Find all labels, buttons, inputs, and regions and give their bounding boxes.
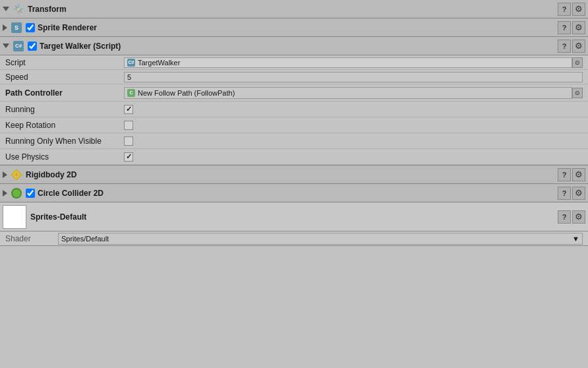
material-component-row: Sprites-Default ? ⚙	[0, 202, 588, 231]
speed-input[interactable]	[124, 72, 583, 82]
use-physics-label: Use Physics	[5, 152, 124, 162]
target-walker-icon: C#	[12, 40, 25, 53]
target-walker-component-row: C# Target Walker (Script) ? ⚙	[0, 37, 588, 55]
use-physics-checkbox-row: Use Physics	[0, 149, 588, 165]
path-controller-select-button[interactable]: ⊙	[572, 88, 583, 98]
keep-rotation-label: Keep Rotation	[5, 121, 124, 130]
running-checkbox-row: Running	[0, 102, 588, 117]
sprite-renderer-title: Sprite Renderer	[38, 23, 558, 32]
script-select-button[interactable]: ⊙	[572, 57, 583, 68]
circle-collider-gear-button[interactable]: ⚙	[572, 187, 585, 200]
script-ref-value: TargetWalker	[138, 59, 180, 67]
material-gear-icon: ⚙	[575, 212, 583, 222]
transform-help-button[interactable]: ?	[558, 3, 571, 16]
shader-select[interactable]: Sprites/Default ▼	[58, 233, 583, 245]
keep-rotation-checkbox-row: Keep Rotation	[0, 117, 588, 133]
path-controller-label: Path Controller	[5, 88, 124, 98]
sprite-renderer-gear-button[interactable]: ⚙	[572, 21, 585, 34]
sprite-renderer-component-row: S Sprite Renderer ? ⚙	[0, 18, 588, 37]
transform-buttons: ? ⚙	[558, 3, 585, 16]
use-physics-checkbox[interactable]	[124, 152, 133, 162]
circle-collider-title: Circle Collider 2D	[38, 189, 558, 198]
transform-help-icon: ?	[562, 5, 567, 13]
rigidbody2d-help-button[interactable]: ?	[558, 168, 571, 181]
sprite-renderer-foldout[interactable]	[3, 24, 7, 31]
target-walker-buttons: ? ⚙	[558, 40, 585, 53]
sprite-renderer-help-button[interactable]: ?	[558, 21, 571, 34]
target-walker-fields: Script C# TargetWalker ⊙ Speed Path Cont…	[0, 55, 588, 166]
svg-point-3	[17, 8, 20, 11]
path-controller-ref-icon: C	[127, 89, 135, 97]
path-controller-field-row: Path Controller C New Follow Path (Follo…	[0, 84, 588, 102]
transform-gear-icon: ⚙	[575, 4, 583, 14]
sprite-renderer-buttons: ? ⚙	[558, 21, 585, 34]
script-value-container: C# TargetWalker ⊙	[124, 57, 583, 68]
script-field-row: Script C# TargetWalker ⊙	[0, 55, 588, 70]
circle-collider-help-button[interactable]: ?	[558, 187, 571, 200]
shader-dropdown-icon: ▼	[572, 235, 579, 243]
circle-collider-enabled-checkbox[interactable]	[26, 189, 35, 198]
transform-component-row: Transform ? ⚙	[0, 0, 588, 18]
script-ref-icon: C#	[127, 59, 135, 67]
target-walker-title: Target Walker (Script)	[40, 42, 558, 51]
rigidbody2d-buttons: ? ⚙	[558, 168, 585, 181]
material-preview-thumbnail	[3, 205, 26, 229]
rigidbody2d-component-row: Rigidbody 2D ? ⚙	[0, 166, 588, 184]
material-help-icon: ?	[562, 213, 567, 221]
sprite-renderer-help-icon: ?	[562, 24, 567, 32]
running-checkbox[interactable]	[124, 105, 133, 114]
circle-collider-component-row: Circle Collider 2D ? ⚙	[0, 184, 588, 202]
circle-collider-foldout[interactable]	[3, 190, 7, 197]
material-gear-button[interactable]: ⚙	[572, 210, 585, 224]
target-walker-help-icon: ?	[562, 42, 567, 50]
script-label: Script	[5, 58, 124, 67]
speed-value-container	[124, 72, 583, 82]
circle-collider-buttons: ? ⚙	[558, 187, 585, 200]
circle-collider-badge	[11, 188, 22, 199]
shader-field-row: Shader Sprites/Default ▼	[0, 231, 588, 246]
target-walker-foldout[interactable]	[3, 44, 9, 48]
circle-collider-gear-icon: ⚙	[575, 188, 583, 198]
path-controller-value-container: C New Follow Path (FollowPath) ⊙	[124, 87, 583, 99]
rigidbody2d-gear-button[interactable]: ⚙	[572, 168, 585, 181]
target-walker-gear-button[interactable]: ⚙	[572, 40, 585, 53]
script-ref-field[interactable]: C# TargetWalker	[124, 57, 572, 68]
rigidbody2d-icon	[10, 168, 23, 181]
sprite-renderer-enabled-checkbox[interactable]	[26, 23, 35, 32]
material-title: Sprites-Default	[30, 212, 558, 222]
running-only-visible-checkbox-row: Running Only When Visible	[0, 133, 588, 149]
circle-collider-help-icon: ?	[562, 189, 567, 197]
sprite-renderer-gear-icon: ⚙	[575, 22, 583, 32]
path-controller-ref-field[interactable]: C New Follow Path (FollowPath)	[124, 87, 572, 99]
rigidbody2d-help-icon: ?	[562, 171, 567, 179]
path-controller-ref-value: New Follow Path (FollowPath)	[138, 89, 235, 97]
target-walker-gear-icon: ⚙	[575, 41, 583, 51]
running-label: Running	[5, 105, 124, 114]
material-help-button[interactable]: ?	[558, 210, 571, 224]
transform-title: Transform	[28, 5, 558, 14]
transform-icon	[12, 3, 25, 16]
sprite-renderer-badge: S	[11, 22, 22, 33]
target-walker-enabled-checkbox[interactable]	[28, 42, 37, 51]
rigidbody2d-title: Rigidbody 2D	[26, 170, 558, 179]
shader-label: Shader	[5, 234, 58, 243]
speed-label: Speed	[5, 73, 124, 82]
transform-foldout[interactable]	[3, 7, 9, 11]
rigidbody2d-gear-icon: ⚙	[575, 169, 583, 179]
running-only-visible-checkbox[interactable]	[124, 137, 133, 146]
running-only-visible-label: Running Only When Visible	[5, 137, 124, 146]
material-buttons: ? ⚙	[558, 210, 585, 224]
rigidbody2d-foldout[interactable]	[3, 171, 7, 178]
sprite-renderer-icon: S	[10, 21, 23, 34]
circle-collider-icon	[10, 187, 23, 200]
speed-field-row: Speed	[0, 70, 588, 84]
keep-rotation-checkbox[interactable]	[124, 121, 133, 130]
target-walker-help-button[interactable]: ?	[558, 40, 571, 53]
shader-value: Sprites/Default	[61, 235, 109, 243]
transform-gear-button[interactable]: ⚙	[572, 3, 585, 16]
target-walker-badge: C#	[13, 41, 24, 51]
